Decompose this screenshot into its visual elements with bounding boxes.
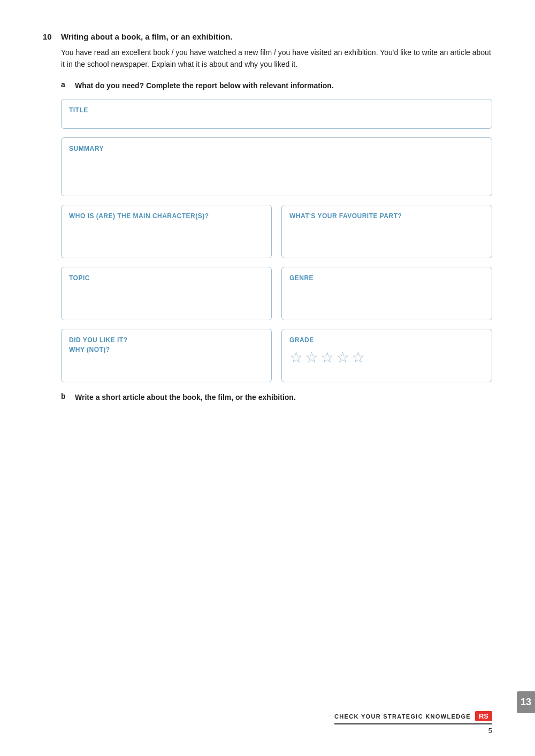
title-label: TITLE <box>69 106 88 114</box>
summary-label: SUMMARY <box>69 145 104 152</box>
did-you-like-label: DID YOU LIKE IT? WHY (NOT)? <box>69 336 127 353</box>
character-favourite-row: WHO IS (ARE) THE MAIN CHARACTER(S)? WHAT… <box>61 205 492 258</box>
favourite-part-field[interactable]: WHAT'S YOUR FAVOURITE PART? <box>281 205 492 258</box>
sub-question-a: a What do you need? Complete the report … <box>61 80 492 91</box>
footer-badge: RS <box>475 711 492 721</box>
favourite-part-label: WHAT'S YOUR FAVOURITE PART? <box>289 212 402 220</box>
summary-field[interactable]: SUMMARY <box>61 137 492 196</box>
topic-label: TOPIC <box>69 274 90 282</box>
topic-genre-row: TOPIC GENRE <box>61 267 492 320</box>
footer-top: CHECK YOUR STRATEGIC KNOWLEDGE RS <box>334 711 492 724</box>
form-area: TITLE SUMMARY WHO IS (ARE) THE MAIN CHAR… <box>61 99 492 382</box>
main-character-field[interactable]: WHO IS (ARE) THE MAIN CHARACTER(S)? <box>61 205 272 258</box>
grade-label: GRADE <box>289 336 314 344</box>
question-body: You have read an excellent book / you ha… <box>61 47 492 71</box>
grade-field[interactable]: GRADE ☆☆☆☆☆ <box>281 329 492 382</box>
sub-letter-b: b <box>61 392 73 400</box>
sub-question-b: b Write a short article about the book, … <box>61 392 492 403</box>
title-field[interactable]: TITLE <box>61 99 492 129</box>
genre-field[interactable]: GENRE <box>281 267 492 320</box>
genre-label: GENRE <box>289 274 314 282</box>
sub-text-b: Write a short article about the book, th… <box>75 392 296 403</box>
title-row: TITLE <box>61 99 492 129</box>
main-character-label: WHO IS (ARE) THE MAIN CHARACTER(S)? <box>69 212 209 220</box>
sub-text-a: What do you need? Complete the report be… <box>75 80 334 91</box>
topic-field[interactable]: TOPIC <box>61 267 272 320</box>
did-you-like-field[interactable]: DID YOU LIKE IT? WHY (NOT)? <box>61 329 272 382</box>
like-grade-row: DID YOU LIKE IT? WHY (NOT)? GRADE ☆☆☆☆☆ <box>61 329 492 382</box>
page-tab: 13 <box>517 691 535 713</box>
footer-label: CHECK YOUR STRATEGIC KNOWLEDGE <box>334 713 471 720</box>
footer: CHECK YOUR STRATEGIC KNOWLEDGE RS 5 <box>334 711 492 735</box>
question-number: 10 <box>43 32 59 41</box>
stars-display[interactable]: ☆☆☆☆☆ <box>289 349 484 366</box>
question-title: Writing about a book, a film, or an exhi… <box>61 32 233 41</box>
question-row: 10 Writing about a book, a film, or an e… <box>43 32 492 41</box>
sub-letter-a: a <box>61 80 73 89</box>
write-area[interactable] <box>73 411 492 480</box>
summary-row: SUMMARY <box>61 137 492 196</box>
footer-page: 5 <box>488 727 492 735</box>
